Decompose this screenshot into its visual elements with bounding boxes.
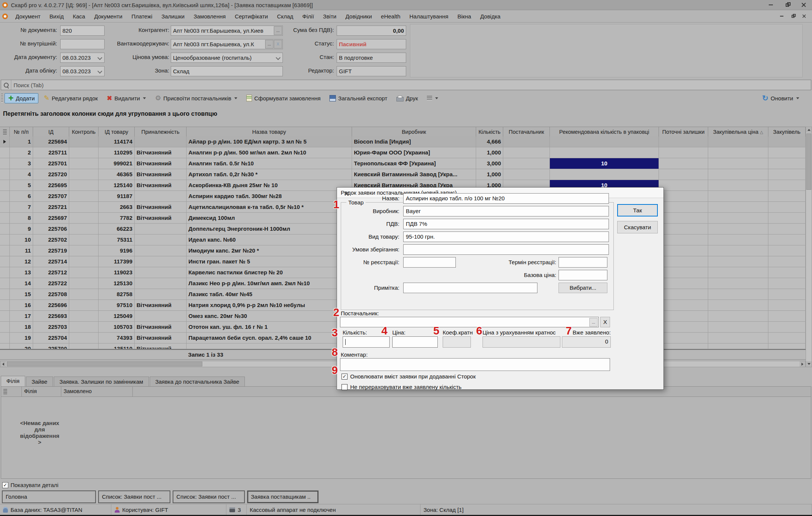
price-input[interactable] bbox=[392, 336, 438, 348]
column-header-tovar[interactable]: ІД товару bbox=[99, 127, 135, 137]
table-row[interactable]: 1225694114174Айлар р-р д/ин. 100 ЕД/мл к… bbox=[0, 136, 806, 147]
detail-tab-0[interactable]: Філія bbox=[1, 376, 25, 386]
ok-button[interactable]: Так bbox=[617, 204, 658, 216]
mdi-restore-button[interactable] bbox=[787, 12, 798, 21]
quantity-input[interactable] bbox=[343, 336, 390, 348]
menu-item-10[interactable]: Звіти bbox=[319, 11, 341, 21]
detail-tab-2[interactable]: Заявка. Залишки по замінникам bbox=[54, 377, 149, 386]
toolbar-button-3[interactable]: ⚙Присвоїти постачальників bbox=[151, 92, 241, 104]
dropdown-caret-icon[interactable] bbox=[435, 97, 438, 99]
toolbar-button-2[interactable]: ✖Видалити bbox=[103, 92, 150, 104]
window-tab-0[interactable]: Головна bbox=[2, 490, 96, 503]
menu-item-4[interactable]: Платежі bbox=[127, 11, 157, 21]
toolbar-grip[interactable] bbox=[1, 94, 3, 103]
scroll-left-button[interactable] bbox=[0, 361, 6, 367]
toolbar-button-4[interactable]: Сформувати замовлення bbox=[243, 93, 324, 103]
window-tab-2[interactable]: Список: Заявки пост ... bbox=[173, 490, 245, 503]
detail-column-header-0[interactable]: Філія bbox=[22, 387, 61, 396]
scroll-down-button[interactable] bbox=[806, 361, 812, 367]
vertical-scrollbar[interactable] bbox=[806, 127, 812, 367]
checkbox-icon[interactable]: ✓ bbox=[2, 482, 8, 488]
search-button[interactable] bbox=[1, 80, 11, 90]
toolbar-button-1[interactable]: ✎Редагувати рядок bbox=[40, 92, 102, 104]
supplier-lookup-button[interactable]: ... bbox=[589, 318, 598, 327]
storage-conditions-field[interactable] bbox=[403, 244, 609, 255]
supplier-clear-button[interactable]: X bbox=[600, 317, 610, 327]
restore-button[interactable] bbox=[779, 0, 795, 10]
no-recalc-checkbox[interactable]: Не перераховувати вже заявлену кількість bbox=[341, 384, 461, 390]
column-header-supplier[interactable]: Постачальник bbox=[503, 127, 550, 137]
column-header-price2[interactable]: Закупівель bbox=[768, 127, 806, 137]
menu-item-13[interactable]: Налаштування bbox=[405, 11, 453, 21]
menu-item-14[interactable]: Вікна bbox=[453, 11, 476, 21]
producer-field[interactable]: Bayer bbox=[403, 206, 609, 216]
dropdown-caret-icon[interactable] bbox=[234, 97, 237, 99]
vertical-scroll-thumb[interactable] bbox=[806, 133, 811, 190]
scroll-right-button[interactable] bbox=[800, 361, 805, 367]
column-header-ind[interactable] bbox=[0, 127, 10, 137]
toolbar-button-0[interactable]: +Додати bbox=[5, 93, 38, 103]
registration-term-field[interactable] bbox=[559, 257, 607, 268]
note-field[interactable] bbox=[403, 283, 537, 293]
menu-item-9[interactable]: Філії bbox=[298, 11, 319, 21]
menu-item-6[interactable]: Замовлення bbox=[189, 11, 230, 21]
product-name-field[interactable]: Аспирин кардио табл. п/о 100 мг №20 bbox=[403, 193, 609, 204]
update-content-checkbox[interactable]: ✓ Оновлювати вміст заявки при додаванні … bbox=[341, 373, 476, 380]
menu-item-11[interactable]: Довідники bbox=[341, 11, 376, 21]
menu-item-0[interactable]: Документ bbox=[11, 11, 45, 21]
menu-item-2[interactable]: Каса bbox=[68, 11, 90, 21]
window-tab-3[interactable]: Заявка поставщикам .. bbox=[247, 490, 319, 503]
toolbar-button-6[interactable]: Друк bbox=[393, 93, 422, 103]
detail-tab-3[interactable]: Заявка до постачальника Зайве bbox=[150, 377, 245, 386]
checkbox-checked-icon[interactable]: ✓ bbox=[341, 374, 348, 380]
scroll-up-button[interactable] bbox=[806, 127, 812, 133]
column-header-num[interactable]: № п/п bbox=[10, 127, 33, 137]
show-details-checkbox[interactable]: ✓ Показувати деталі bbox=[2, 482, 58, 488]
menu-item-5[interactable]: Залишки bbox=[157, 11, 189, 21]
dropdown-caret-icon[interactable] bbox=[143, 97, 146, 99]
table-row[interactable]: 422572046365ВітчизнянийАртихол табл. 0,2… bbox=[0, 169, 806, 180]
column-header-rec[interactable]: Рекомендована кількість в упаковці bbox=[550, 127, 659, 137]
supplier-field[interactable]: ... bbox=[340, 317, 599, 327]
table-row[interactable]: 2225711110295ВітчизнянийАналгин р-р д/ин… bbox=[0, 147, 806, 158]
menu-item-7[interactable]: Сертифікати bbox=[230, 11, 272, 21]
product-kind-field[interactable]: 95-100 грн. bbox=[403, 232, 609, 242]
mdi-close-button[interactable] bbox=[798, 12, 810, 21]
table-row[interactable]: 3225701999021ВітчизнянийАналгин табл. 0.… bbox=[0, 158, 806, 169]
toolbar-button-refresh[interactable]: ↻Оновити bbox=[758, 92, 803, 104]
vat-field[interactable]: ПДВ 7% bbox=[403, 219, 609, 229]
comment-input[interactable] bbox=[340, 358, 610, 371]
column-header-current[interactable]: Поточні залишки bbox=[659, 127, 708, 137]
column-header-id[interactable]: ІД bbox=[33, 127, 69, 137]
column-header-control[interactable]: Контроль bbox=[69, 127, 99, 137]
menu-item-15[interactable]: Довідка bbox=[476, 11, 505, 21]
column-header-belong[interactable]: Приналежність bbox=[135, 127, 187, 137]
column-header-producer[interactable]: Виробник bbox=[352, 127, 476, 137]
cell-price2 bbox=[768, 191, 806, 201]
search-input[interactable] bbox=[11, 82, 811, 88]
column-header-name[interactable]: Назва товару bbox=[187, 127, 352, 137]
cancel-button[interactable]: Скасувати bbox=[617, 221, 658, 233]
horizontal-scroll-thumb[interactable] bbox=[7, 362, 202, 366]
minimize-button[interactable] bbox=[762, 0, 779, 10]
choose-button[interactable]: Вибрати... bbox=[559, 283, 607, 293]
toolbar-button-5[interactable]: Загальний експорт bbox=[326, 93, 391, 103]
checkbox-unchecked-icon[interactable] bbox=[341, 384, 348, 390]
menu-item-8[interactable]: Склад bbox=[272, 11, 297, 21]
toolbar-button-7[interactable] bbox=[423, 94, 442, 102]
detail-column-header-1[interactable]: Замовлено bbox=[61, 387, 133, 396]
mdi-minimize-button[interactable] bbox=[776, 12, 787, 21]
detail-tab-1[interactable]: Зайве bbox=[26, 377, 53, 386]
close-button[interactable] bbox=[795, 0, 812, 10]
menu-item-1[interactable]: Вихід bbox=[45, 11, 68, 21]
menu-item-12[interactable]: eHealth bbox=[376, 11, 405, 21]
registration-number-field[interactable] bbox=[403, 257, 456, 268]
column-header-qty[interactable]: Кількість bbox=[476, 127, 503, 137]
dropdown-caret-icon[interactable] bbox=[796, 97, 799, 99]
menu-item-3[interactable]: Документи bbox=[90, 11, 127, 21]
app-menu-icon[interactable] bbox=[2, 14, 8, 19]
cell-belong bbox=[135, 289, 187, 300]
window-tab-1[interactable]: Список: Заявки пост ... bbox=[98, 490, 170, 503]
base-price-field[interactable] bbox=[559, 270, 607, 280]
column-header-price[interactable]: Закупівельна ціна△ bbox=[708, 127, 768, 137]
